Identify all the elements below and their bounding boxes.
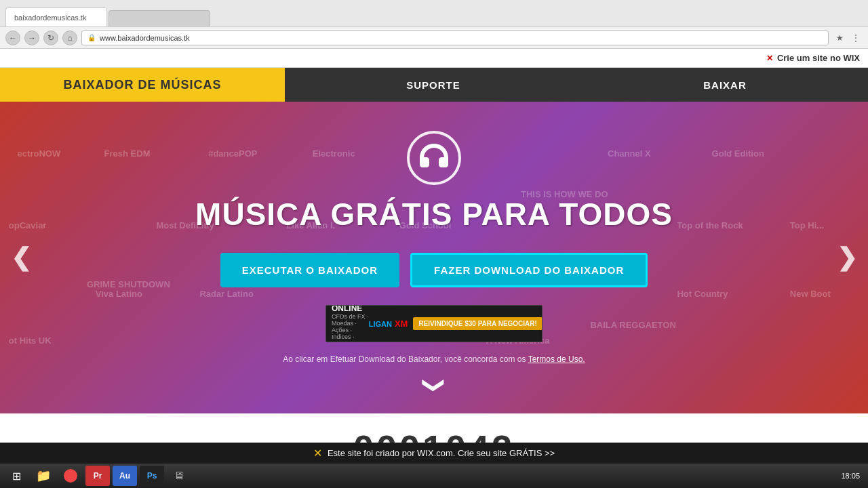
hero-content: MÚSICA GRÁTIS PARA TODOS EXECUTAR O BAIX…	[0, 102, 868, 413]
ad-main-text: TRADING ONLINE	[332, 305, 369, 313]
taskbar-start[interactable]: ⊞	[4, 466, 28, 486]
taskbar-browser[interactable]	[58, 466, 83, 486]
bookmark-icon[interactable]: ★	[833, 31, 846, 45]
browser-tabs: baixadordemusicas.tk	[5, 0, 210, 26]
hero-buttons: EXECUTAR O BAIXADOR FAZER DOWNLOAD DO BA…	[220, 253, 648, 287]
home-button[interactable]: ⌂	[62, 30, 77, 45]
nav-link-baixar[interactable]: BAIXAR	[703, 79, 747, 91]
address-bar[interactable]: 🔒 www.baixadordemusicas.tk	[81, 30, 829, 45]
hero-arrow-left[interactable]: ❮	[11, 243, 31, 272]
taskbar-time: 18:05	[841, 472, 865, 480]
execute-button[interactable]: EXECUTAR O BAIXADOR	[220, 253, 399, 287]
browser-icons: ★ ⋮	[833, 31, 863, 45]
download-button[interactable]: FAZER DOWNLOAD DO BAIXADOR	[410, 253, 648, 287]
wix-footer-icon: ✕	[313, 447, 322, 460]
taskbar-folder[interactable]: 📁	[31, 466, 56, 486]
terms-text-label: Ao clicar em Efetuar Download do Baixado…	[283, 354, 526, 364]
hero-section: ectroNOWFresh EDM#dancePOPElectronicChan…	[0, 102, 868, 413]
browser-chrome: baixadordemusicas.tk	[0, 0, 868, 27]
tab-label: baixadordemusicas.tk	[14, 14, 86, 22]
wix-close-icon[interactable]: ✕	[766, 54, 773, 63]
taskbar: ⊞ 📁 Pr Au Ps 🖥 18:05	[0, 464, 868, 488]
wix-top-text: Crie um site no WIX	[777, 53, 860, 63]
url-text: www.baixadordemusicas.tk	[100, 34, 190, 42]
ad-content: TRADING ONLINE CFDs de FX · Moedas · Açõ…	[332, 305, 369, 342]
logo-text: BAIXADOR DE MÚSICAS	[63, 78, 221, 92]
ad-banner-inner: TRADING ONLINE CFDs de FX · Moedas · Açõ…	[326, 305, 542, 342]
ad-sub-text: CFDs de FX · Moedas · Ações · Índices · …	[332, 313, 369, 343]
wix-footer-text: Este site foi criado por WIX.com. Crie s…	[328, 448, 555, 458]
ad-banner[interactable]: TRADING ONLINE CFDs de FX · Moedas · Açõ…	[326, 305, 542, 342]
reload-button[interactable]: ↻	[43, 30, 58, 45]
taskbar-audition[interactable]: Au	[113, 466, 137, 486]
settings-icon[interactable]: ⋮	[849, 31, 863, 45]
hero-arrow-right[interactable]: ❯	[837, 243, 857, 272]
hero-title: MÚSICA GRÁTIS PARA TODOS	[195, 196, 673, 232]
main-navbar: BAIXADOR DE MÚSICAS SUPORTE BAIXAR	[0, 68, 868, 102]
ad-logos: LIGAN XM	[369, 319, 408, 329]
hero-logo	[407, 131, 461, 185]
taskbar-premiere[interactable]: Pr	[85, 466, 110, 486]
nav-logo[interactable]: BAIXADOR DE MÚSICAS	[0, 68, 285, 102]
taskbar-monitor[interactable]: 🖥	[167, 466, 191, 486]
browser-tab-inactive[interactable]	[108, 10, 210, 26]
forward-button[interactable]: →	[24, 30, 39, 45]
wix-top-banner: ✕ Crie um site no WIX	[0, 49, 868, 68]
terms-text: Ao clicar em Efetuar Download do Baixado…	[283, 354, 585, 364]
ad-cta-button[interactable]: REIVINDIQUE $30 PARA NEGOCIAR!	[413, 317, 542, 330]
scroll-down-chevron[interactable]: ❯	[421, 376, 447, 394]
back-button[interactable]: ←	[5, 30, 20, 45]
browser-toolbar: ← → ↻ ⌂ 🔒 www.baixadordemusicas.tk ★ ⋮	[0, 27, 868, 49]
nav-link-suporte[interactable]: SUPORTE	[406, 79, 460, 91]
taskbar-photoshop[interactable]: Ps	[140, 466, 164, 486]
wix-footer[interactable]: ✕ Este site foi criado por WIX.com. Crie…	[0, 443, 868, 464]
ad-logo1: LIGAN	[369, 320, 392, 328]
nav-links: SUPORTE BAIXAR	[285, 68, 868, 102]
terms-link[interactable]: Termos de Uso.	[528, 354, 585, 364]
browser-tab-active[interactable]: baixadordemusicas.tk	[5, 7, 107, 26]
ad-logo2: XM	[395, 319, 408, 329]
headphones-icon	[417, 141, 451, 175]
